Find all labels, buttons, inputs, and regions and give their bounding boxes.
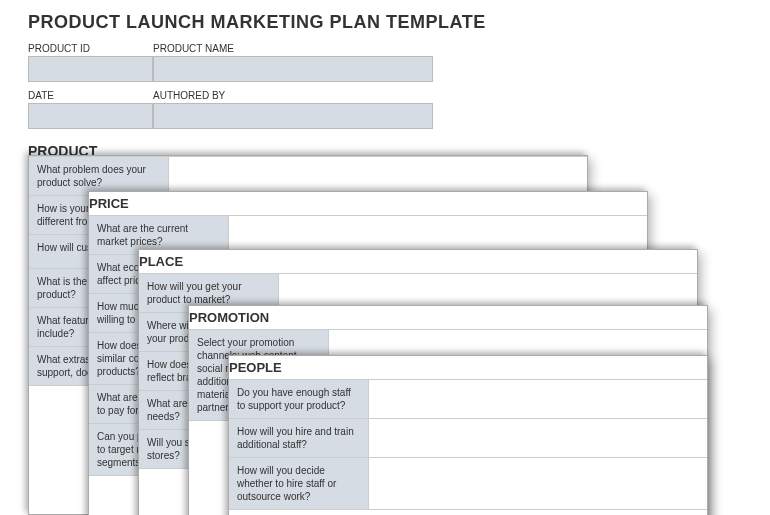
label-authored-by: AUTHORED BY	[153, 90, 433, 103]
place-header: PLACE	[139, 250, 697, 273]
people-header: PEOPLE	[229, 356, 707, 379]
card-people: PEOPLE Do you have enough staff to suppo…	[228, 355, 708, 515]
price-header: PRICE	[89, 192, 647, 215]
a-people-0[interactable]	[369, 380, 707, 418]
input-date[interactable]	[28, 103, 153, 129]
meta-row-2: DATE AUTHORED BY	[28, 90, 742, 129]
page-title: PRODUCT LAUNCH MARKETING PLAN TEMPLATE	[28, 12, 742, 33]
label-product-id: PRODUCT ID	[28, 43, 153, 56]
input-product-name[interactable]	[153, 56, 433, 82]
meta-row-1: PRODUCT ID PRODUCT NAME	[28, 43, 742, 82]
meta-grid: PRODUCT ID PRODUCT NAME DATE AUTHORED BY	[28, 43, 742, 129]
q-people-1: How will you hire and train additional s…	[229, 419, 369, 457]
label-date: DATE	[28, 90, 153, 103]
q-product-0: What problem does your product solve?	[29, 157, 169, 195]
q-people-2: How will you decide whether to hire staf…	[229, 458, 369, 509]
input-authored-by[interactable]	[153, 103, 433, 129]
a-people-1[interactable]	[369, 419, 707, 457]
label-product-name: PRODUCT NAME	[153, 43, 433, 56]
promotion-header: PROMOTION	[189, 306, 707, 329]
card-stack: What problem does your product solve? Ho…	[28, 155, 728, 515]
a-product-0[interactable]	[169, 157, 587, 195]
a-people-2[interactable]	[369, 458, 707, 509]
q-people-0: Do you have enough staff to support your…	[229, 380, 369, 418]
input-product-id[interactable]	[28, 56, 153, 82]
